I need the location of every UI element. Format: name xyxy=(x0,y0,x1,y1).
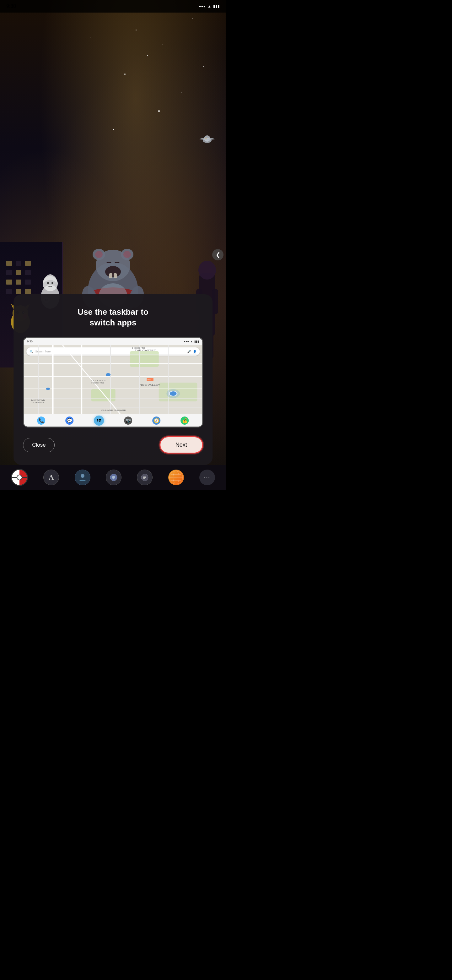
signal-icon: ●●● xyxy=(199,4,206,8)
sparkle xyxy=(147,55,148,56)
svg-rect-73 xyxy=(143,477,146,478)
modal-card: Use the taskbar to switch apps 9:30 ●●● … xyxy=(14,294,213,465)
svg-text:VILLAGE SQUARE: VILLAGE SQUARE xyxy=(101,409,126,412)
phone-status-icons: ●●● ▲ ▮▮▮ xyxy=(184,340,199,343)
svg-rect-8 xyxy=(114,273,117,278)
svg-point-31 xyxy=(204,135,210,142)
modal-title-line1: Use the taskbar to xyxy=(78,307,148,317)
modal-title: Use the taskbar to switch apps xyxy=(23,307,203,328)
nav-icon-element: 🧭 xyxy=(154,418,159,423)
svg-point-69 xyxy=(81,474,84,478)
nav-news-button[interactable] xyxy=(137,469,152,485)
nav-trainer-button[interactable] xyxy=(75,469,90,485)
phone-taskbar: 📞 💬 🗺 📷 🧭 💰 xyxy=(24,414,202,426)
window xyxy=(16,270,21,275)
chevron-button[interactable]: ❮ xyxy=(212,249,224,260)
nav-pokeball-button[interactable] xyxy=(11,469,28,486)
svg-rect-74 xyxy=(143,478,145,479)
phone-icon: 📞 xyxy=(39,418,44,423)
font-nav-icon: A xyxy=(43,469,59,485)
bottom-nav: A xyxy=(0,465,226,490)
status-bar: 9:30 ●●● ▲ ▮▮▮ xyxy=(0,0,226,13)
trainer-nav-icon xyxy=(75,469,90,485)
modal-title-line2: switch apps xyxy=(90,318,136,327)
phone-demo-frame: 9:30 ●●● ▲ ▮▮▮ 🔍 Search here 🎤 👤 xyxy=(23,337,203,428)
phone-signal: ●●● xyxy=(184,340,189,343)
phone-taskbar-nav: 🧭 xyxy=(152,417,160,425)
sparkle xyxy=(163,44,163,45)
nav-more-button[interactable]: ⋯ xyxy=(199,469,215,485)
news-nav-icon xyxy=(137,469,152,485)
sparkle xyxy=(203,66,204,67)
nav-items-button[interactable] xyxy=(106,469,122,485)
svg-point-33 xyxy=(198,261,216,280)
phone-battery: ▮▮▮ xyxy=(194,340,199,343)
svg-point-57 xyxy=(106,373,111,376)
svg-text:MIDTOWN: MIDTOWN xyxy=(31,399,45,401)
svg-point-6 xyxy=(105,266,121,277)
next-button[interactable]: Next xyxy=(159,436,203,453)
svg-rect-72 xyxy=(143,476,146,476)
phone-taskbar-camera: 📷 xyxy=(124,417,132,425)
window xyxy=(6,280,12,285)
pokeball-icon xyxy=(11,469,28,486)
window xyxy=(6,261,12,266)
phone-time: 9:30 xyxy=(27,340,33,343)
window xyxy=(6,270,12,275)
chevron-left-icon: ❮ xyxy=(216,251,220,258)
phone-status-bar: 9:30 ●●● ▲ ▮▮▮ xyxy=(24,338,202,345)
sparkle xyxy=(181,92,181,93)
next-label: Next xyxy=(176,442,187,448)
svg-rect-38 xyxy=(130,351,159,367)
nav-font-button[interactable]: A xyxy=(43,469,59,485)
window xyxy=(25,270,31,275)
battery-icon: ▮▮▮ xyxy=(213,4,220,8)
map-svg: THE CASTRO HEIGHTS NOE VALLEY DOLORES HE… xyxy=(24,345,202,414)
status-icons: ●●● ▲ ▮▮▮ xyxy=(199,4,220,8)
window xyxy=(6,289,12,294)
window xyxy=(16,280,21,285)
svg-text:DOLORES: DOLORES xyxy=(91,379,105,382)
nav-globe-button[interactable] xyxy=(168,469,184,485)
sparkle xyxy=(90,37,91,37)
svg-point-1 xyxy=(96,250,130,281)
news-icon-svg xyxy=(141,473,149,482)
phone-map: 🔍 Search here 🎤 👤 xyxy=(24,345,202,414)
svg-point-3 xyxy=(121,249,133,260)
modal-buttons: Close Next xyxy=(23,436,203,453)
trainer-icon-svg xyxy=(78,473,87,482)
svg-point-30 xyxy=(203,138,212,143)
sparkle xyxy=(113,129,114,130)
globe-nav-icon xyxy=(168,469,184,485)
svg-point-2 xyxy=(93,249,105,260)
svg-text:TERRACE: TERRACE xyxy=(31,402,45,404)
svg-text:HEIGHTS: HEIGHTS xyxy=(132,347,145,349)
sparkle xyxy=(124,73,125,75)
svg-point-5 xyxy=(123,251,131,258)
svg-rect-35 xyxy=(212,289,218,314)
items-nav-icon xyxy=(106,469,122,485)
window xyxy=(16,261,21,266)
svg-rect-7 xyxy=(109,273,113,278)
svg-point-56 xyxy=(167,389,180,398)
svg-text:THE CASTRO: THE CASTRO xyxy=(135,349,156,352)
close-button[interactable]: Close xyxy=(23,438,55,452)
svg-text:HEIGHTS: HEIGHTS xyxy=(91,382,104,384)
phone-taskbar-maps-active: 🗺 xyxy=(94,415,104,426)
close-label: Close xyxy=(32,442,46,448)
status-time: 9:30 xyxy=(6,3,16,9)
wallet-icon: 💰 xyxy=(182,418,187,423)
bird-silhouette xyxy=(198,130,217,149)
svg-rect-39 xyxy=(91,389,116,401)
items-icon-svg xyxy=(109,473,118,482)
phone-taskbar-wallet: 💰 xyxy=(181,417,189,425)
maps-icon: 🗺 xyxy=(97,418,101,423)
phone-taskbar-message: 💬 xyxy=(66,417,74,425)
svg-point-4 xyxy=(95,251,103,258)
camera-icon: 📷 xyxy=(125,418,131,423)
svg-text:NOE VALLEY: NOE VALLEY xyxy=(140,384,160,387)
sparkle xyxy=(192,19,193,19)
font-icon: A xyxy=(49,473,54,482)
phone-taskbar-phone: 📞 xyxy=(37,417,45,425)
more-icon: ⋯ xyxy=(204,474,211,481)
